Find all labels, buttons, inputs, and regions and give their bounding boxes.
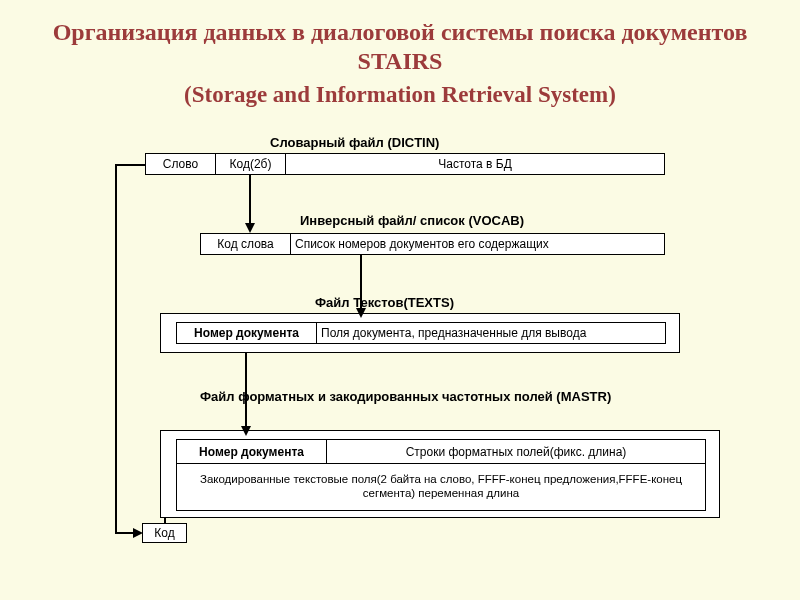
texts-outer: Номер документа Поля документа, предназн… <box>160 313 680 353</box>
vocab-c1: Код слова <box>201 234 291 254</box>
texts-inner: Номер документа Поля документа, предназн… <box>176 322 666 344</box>
vocab-label: Инверсный файл/ список (VOCAB) <box>300 213 524 228</box>
arrow-dictin-vocab-line <box>249 175 251 225</box>
mastr-inner: Номер документа Строки форматных полей(ф… <box>176 439 706 511</box>
conn-left-v <box>115 164 117 534</box>
dictin-box: Слово Код(2б) Частота в БД <box>145 153 665 175</box>
arrow-vocab-texts-line <box>360 255 362 310</box>
diagram: Словарный файл (DICTIN) Слово Код(2б) Ча… <box>70 135 730 585</box>
page-title: Организация данных в диалоговой системы … <box>0 0 800 82</box>
dictin-label: Словарный файл (DICTIN) <box>270 135 439 150</box>
kod-box: Код <box>142 523 187 543</box>
dictin-c2: Код(2б) <box>216 154 286 174</box>
page-subtitle: (Storage and Information Retrieval Syste… <box>0 82 800 118</box>
mastr-r1c2: Строки форматных полей(фикс. длина) <box>327 440 705 463</box>
vocab-box: Код слова Список номеров документов его … <box>200 233 665 255</box>
conn-left-to-kod <box>115 532 135 534</box>
mastr-label: Файл форматных и закодированных частотны… <box>200 390 660 405</box>
texts-c2: Поля документа, предназначенные для выво… <box>317 323 665 343</box>
texts-label: Файл Текстов(TEXTS) <box>315 295 454 310</box>
arrow-texts-mastr-line <box>245 353 247 428</box>
mastr-outer: Номер документа Строки форматных полей(ф… <box>160 430 720 518</box>
dictin-c1: Слово <box>146 154 216 174</box>
arrow-dictin-vocab-head <box>245 223 255 233</box>
mastr-r2: Закодированные текстовые поля(2 байта на… <box>177 464 705 510</box>
kod-stem <box>164 518 166 524</box>
arrow-texts-mastr-head <box>241 426 251 436</box>
conn-slovo-h <box>115 164 145 166</box>
mastr-r1c1: Номер документа <box>177 440 327 463</box>
arrow-vocab-texts-head <box>356 308 366 318</box>
kod-label: Код <box>143 524 186 542</box>
dictin-c3: Частота в БД <box>286 154 664 174</box>
texts-c1: Номер документа <box>177 323 317 343</box>
vocab-c2: Список номеров документов его содержащих <box>291 234 664 254</box>
